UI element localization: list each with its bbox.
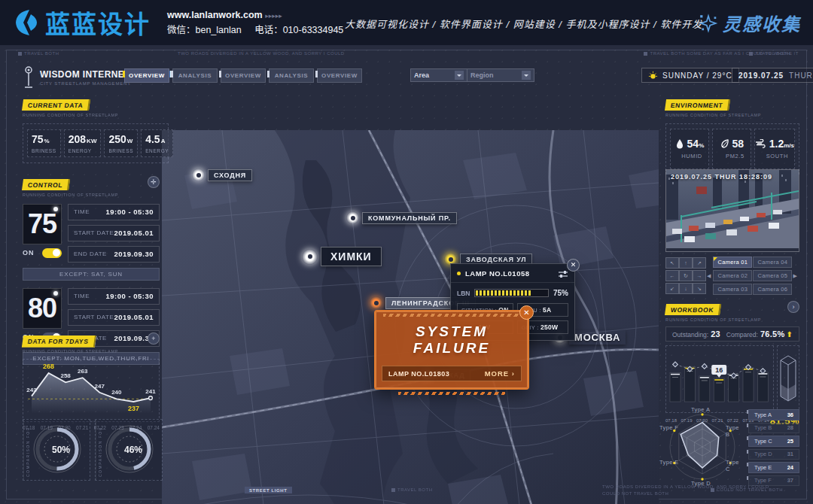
wind-icon (755, 139, 766, 148)
close-icon[interactable]: ✕ (519, 305, 534, 320)
camera-list: Camera 01 Camera 04 Camera 02 Camera 05 … (713, 257, 790, 295)
type-d-row[interactable]: Type D31 (748, 449, 799, 460)
camera-06-button[interactable]: Camera 06 (753, 284, 792, 295)
decor-text: TRAVEL BOTH (391, 487, 433, 492)
brightness-level-box: 75 (23, 204, 62, 244)
cube-icon (779, 354, 797, 404)
camera-01-button[interactable]: Camera 01 (713, 257, 752, 268)
gauge-value: 50% (52, 445, 70, 455)
type-b-row[interactable]: Type B28 (748, 423, 799, 434)
pad-down-button[interactable]: ↓ (679, 283, 693, 294)
lamp-pin-orange-icon (370, 296, 382, 309)
pad-down-right-button[interactable]: ↘ (693, 283, 706, 294)
pad-right-button[interactable]: → (693, 270, 706, 281)
pad-up-right-button[interactable]: ↗ (693, 257, 706, 269)
svg-text:241: 241 (145, 388, 156, 395)
more-button[interactable]: MORE › (485, 369, 515, 378)
date-chip: 2019.07.25 THUR (732, 68, 813, 83)
website-link[interactable]: www.lanlanwork.com (167, 10, 263, 20)
camera-02-button[interactable]: Camera 02 (713, 270, 752, 281)
up-arrow-icon: ⬆ (787, 330, 793, 339)
tab-overview-3[interactable]: OVERVIEW (317, 68, 362, 83)
lamp-id: LAMP NO.L01058 (465, 269, 530, 278)
region-select[interactable]: Region (467, 68, 534, 82)
expand-button[interactable]: + (148, 332, 160, 345)
type-a-row[interactable]: Type A36 (748, 409, 799, 421)
power-toggle[interactable] (42, 248, 62, 258)
time-row[interactable]: TIME19:00 - 05:30 (68, 204, 160, 220)
svg-text:243: 243 (26, 386, 37, 393)
camera-04-button[interactable]: Camera 04 (753, 257, 792, 268)
comparison-gauges: COMPARISON FOR 50% COMPARISON FOR 46% (23, 419, 163, 481)
chevron-down-icon (455, 71, 464, 80)
decor-text: COULD NOT TRAVEL BOTH (602, 491, 668, 496)
map-label-shodnya[interactable]: СХОДНЯ (192, 169, 252, 181)
camera-03-button[interactable]: Camera 03 (713, 284, 752, 295)
radar-widget: Type A Type B Type C Type D Type E Type … (662, 405, 742, 489)
chevron-right-icon: › (512, 369, 515, 378)
lamp-dot-icon (53, 291, 58, 296)
tab-overview-2[interactable]: OVERVIEW (221, 68, 266, 83)
camera-next-icon[interactable]: ▶ (793, 273, 796, 279)
pad-refresh-button[interactable]: ↻ (679, 270, 693, 281)
stat-energy-a: 4.5A ENERGY (141, 129, 173, 157)
pan-button[interactable]: ✛ (148, 176, 160, 188)
tab-overview-1[interactable]: OVERVIEW (124, 68, 169, 83)
status-dot (457, 272, 461, 275)
tab-bar: OVERVIEW ANALYSIS OVERVIEW ANALYSIS OVER… (124, 68, 365, 83)
street-light-badge: STREET LIGHT (245, 487, 292, 493)
pad-left-button[interactable]: ← (665, 270, 679, 281)
wind-stat: 1.2m/s SOUTH (754, 129, 795, 169)
gauge-value: 46% (124, 445, 142, 455)
type-analysis-panel: Type A Type B Type C Type D Type E Type … (662, 405, 799, 489)
lamp-pin-icon (192, 169, 205, 181)
start-date-row[interactable]: START DATE2019.05.01 (68, 309, 160, 326)
lamp-pin-icon (302, 249, 318, 265)
tab-analysis-2[interactable]: ANALYSIS (269, 68, 314, 83)
chevron-down-icon (522, 71, 531, 80)
map-label-khimki[interactable]: ХИМКИ (302, 247, 382, 266)
end-date-row[interactable]: END DATE2019.09.30 (68, 246, 160, 263)
gauge-label: COMPARISON FOR (23, 420, 32, 480)
map-label-kommunalny[interactable]: КОММУНАЛЬНЫЙ ПР. (346, 211, 457, 224)
type-c-row[interactable]: Type C25 (748, 436, 799, 447)
expand-button[interactable]: › (787, 301, 799, 313)
lbn-label: LBN (457, 290, 470, 297)
pad-up-left-button[interactable]: ↖ (665, 257, 679, 269)
top-banner: 蓝蓝设计 www.lanlanwork.com ▸▸▸▸▸ 微信：ben_lan… (0, 0, 813, 45)
pad-down-left-button[interactable]: ↙ (665, 283, 679, 294)
type-list: Type A36 Type B28 Type C25 Type D31 Type… (748, 409, 799, 489)
pad-up-button[interactable]: ↑ (679, 257, 693, 269)
traffic-photo (666, 170, 799, 248)
panel-subtitle: RUNNING CONDITION OF STREETLAMP (23, 349, 118, 354)
pm25-stat: 58 PM2.5 (712, 129, 751, 169)
time-row[interactable]: TIME19:00 - 05:30 (68, 288, 160, 305)
start-date-row[interactable]: START DATE2019.05.01 (68, 225, 160, 241)
panel-badge: WORKBOOK (665, 304, 721, 315)
arrows-decoration: ▸▸▸▸▸ (265, 12, 282, 20)
lbn-progress (474, 289, 549, 297)
camera-05-button[interactable]: Camera 05 (753, 270, 792, 281)
camera-prev-icon[interactable]: ◀ (707, 273, 711, 279)
camera-pad: ↖ ↑ ↗ ← ↻ → ↙ ↓ ↘ (665, 257, 705, 294)
svg-text:268: 268 (43, 363, 54, 370)
lamp-pin-icon (346, 211, 359, 224)
comparison-gauge-1: COMPARISON FOR 50% (23, 419, 90, 481)
svg-text:16: 16 (715, 366, 723, 374)
tab-analysis-1[interactable]: ANALYSIS (172, 68, 218, 83)
area-select[interactable]: Area (410, 68, 467, 82)
data-7days-panel: DATA FOR 7DAYS RUNNING CONDITION OF STRE… (23, 332, 160, 430)
svg-text:237: 237 (128, 405, 139, 412)
dashboard: TRAVEL BOTH TWO ROADS DIVERGED IN A YELL… (0, 45, 813, 504)
camera-view[interactable]: 2019.07.25 THUR 18:28:09 (665, 169, 799, 252)
services-list: 大数据可视化设计 / 软件界面设计 / 网站建设 / 手机及小程序设计 / 软件… (345, 17, 702, 31)
panel-badge: DATA FOR 7DAYS (22, 335, 96, 347)
close-icon[interactable]: ✕ (567, 259, 580, 272)
line-chart: 243268258263247240237241 (25, 361, 157, 417)
contact-block: www.lanlanwork.com ▸▸▸▸▸ 微信：ben_lanlan 电… (167, 8, 343, 38)
type-e-row[interactable]: Type E24 (748, 462, 799, 473)
lanlan-logo-icon (11, 8, 41, 38)
inspiration-collect[interactable]: 灵感收集 (699, 10, 801, 36)
svg-text:258: 258 (60, 372, 71, 379)
stat-briness-pct: 75% BRINESS (27, 129, 61, 157)
